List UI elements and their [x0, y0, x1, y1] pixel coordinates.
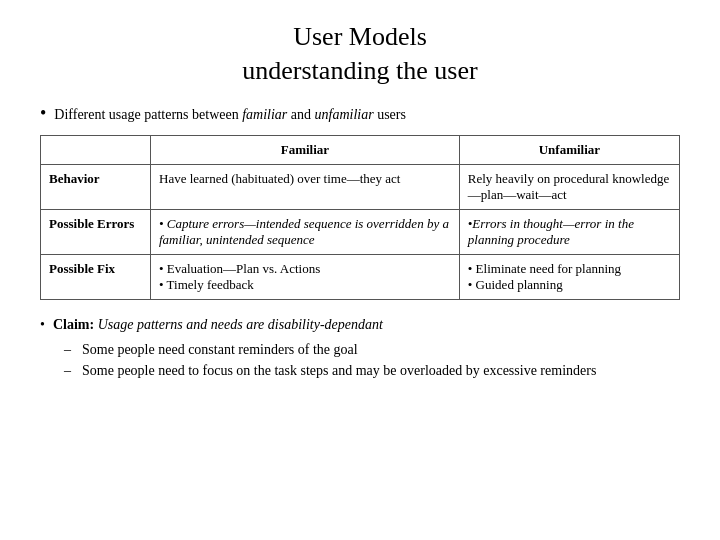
- intro-bullet: • Different usage patterns between famil…: [40, 104, 680, 123]
- claim-bullet: •: [40, 314, 45, 335]
- row-label-errors: Possible Errors: [41, 209, 151, 254]
- table-row: Possible Fix • Evaluation—Plan vs. Actio…: [41, 254, 680, 299]
- claim-content: Claim: Usage patterns and needs are disa…: [53, 314, 383, 335]
- point1-line: – Some people need constant reminders of…: [64, 339, 680, 360]
- row-label-fix: Possible Fix: [41, 254, 151, 299]
- cell-fix-familiar: • Evaluation—Plan vs. Actions • Timely f…: [151, 254, 460, 299]
- table-row: Behavior Have learned (habituated) over …: [41, 164, 680, 209]
- comparison-table: Familiar Unfamiliar Behavior Have learne…: [40, 135, 680, 300]
- cell-errors-unfamiliar: •Errors in thought—error in the planning…: [459, 209, 679, 254]
- cell-errors-familiar: • Capture errors—intended sequence is ov…: [151, 209, 460, 254]
- page-title: User Models understanding the user: [40, 20, 680, 88]
- intro-text: Different usage patterns between familia…: [54, 107, 406, 123]
- row-label-behavior: Behavior: [41, 164, 151, 209]
- bottom-section: • Claim: Usage patterns and needs are di…: [40, 314, 680, 381]
- cell-behavior-unfamiliar: Rely heavily on procedural knowledge—pla…: [459, 164, 679, 209]
- cell-fix-unfamiliar: • Eliminate need for planning • Guided p…: [459, 254, 679, 299]
- col-header-unfamiliar: Unfamiliar: [459, 135, 679, 164]
- bullet-dot: •: [40, 104, 46, 122]
- col-header-empty: [41, 135, 151, 164]
- table-row: Possible Errors • Capture errors—intende…: [41, 209, 680, 254]
- point2-line: – Some people need to focus on the task …: [64, 360, 680, 381]
- claim-line: • Claim: Usage patterns and needs are di…: [40, 314, 680, 335]
- col-header-familiar: Familiar: [151, 135, 460, 164]
- cell-behavior-familiar: Have learned (habituated) over time—they…: [151, 164, 460, 209]
